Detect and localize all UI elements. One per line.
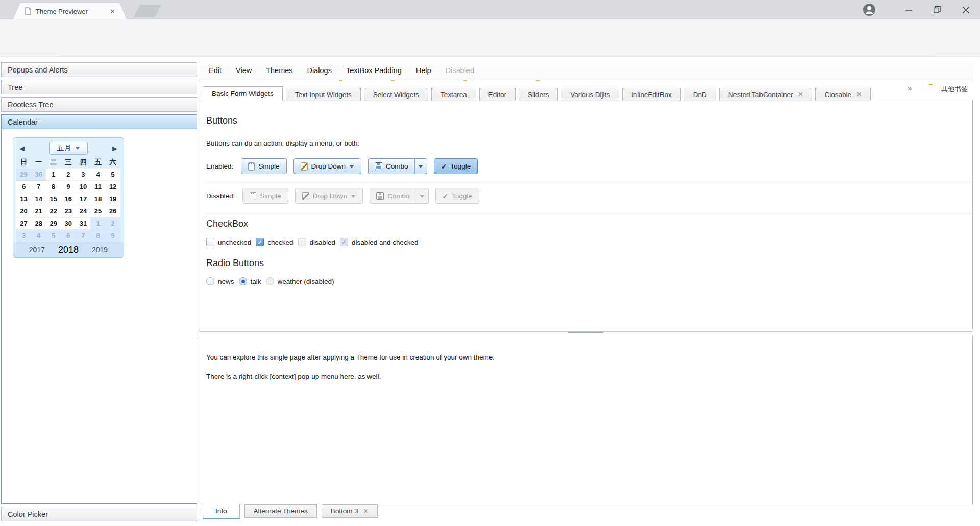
calendar-date-cell[interactable]: 9: [106, 230, 120, 242]
horizontal-splitter[interactable]: [199, 331, 973, 335]
checkbox-box-icon[interactable]: [206, 238, 214, 246]
accordion-pane-color-picker[interactable]: Color Picker: [1, 507, 197, 521]
checkbox-box-icon[interactable]: ✓: [256, 238, 264, 246]
calendar-date-cell[interactable]: 29: [46, 218, 61, 230]
calendar-date-cell[interactable]: 15: [46, 193, 61, 205]
tab-inlineeditbox[interactable]: InlineEditBox: [622, 88, 681, 101]
calendar-date-cell[interactable]: 16: [61, 193, 76, 205]
calendar-month-dropdown[interactable]: 五月: [49, 142, 88, 155]
tab-select-widgets[interactable]: Select Widgets: [364, 88, 428, 101]
calendar-date-cell[interactable]: 4: [31, 230, 46, 242]
calendar-date-cell[interactable]: 4: [90, 169, 105, 181]
calendar-week-row: 272829303112: [16, 218, 120, 230]
calendar-date-cell[interactable]: 8: [46, 181, 61, 193]
accordion-pane-tree[interactable]: Tree: [1, 80, 197, 94]
calendar-date-cell[interactable]: 5: [46, 230, 61, 242]
tab-textarea[interactable]: Textarea: [431, 88, 476, 101]
calendar-year-2019[interactable]: 2019: [92, 246, 108, 254]
calendar-date-cell[interactable]: 24: [76, 205, 90, 218]
menu-item-themes[interactable]: Themes: [259, 62, 300, 80]
radio-button-icon[interactable]: [206, 277, 214, 285]
calendar-date-cell[interactable]: 20: [16, 205, 31, 218]
tab-various-dijits[interactable]: Various Dijits: [561, 88, 619, 101]
calendar-date-cell[interactable]: 18: [90, 193, 105, 205]
calendar-date-cell[interactable]: 27: [16, 218, 31, 230]
menu-item-textbox-padding[interactable]: TextBox Padding: [339, 62, 409, 80]
calendar-date-cell[interactable]: 11: [90, 181, 105, 193]
accordion-pane-calendar[interactable]: Calendar: [1, 114, 197, 129]
calendar-next-month-icon[interactable]: ▶: [112, 145, 117, 152]
calendar-date-cell[interactable]: 9: [61, 181, 76, 193]
calendar-date-cell[interactable]: 13: [16, 193, 31, 205]
bottom-tab-bottom-3[interactable]: Bottom 3✕: [322, 504, 378, 518]
close-tab-icon[interactable]: ✕: [110, 8, 115, 15]
calendar-year-2018[interactable]: 2018: [58, 245, 79, 255]
accordion-pane-rootless-tree[interactable]: Rootless Tree: [1, 97, 197, 112]
calendar-date-cell[interactable]: 1: [46, 169, 61, 181]
combo-button-main[interactable]: Combo: [369, 159, 414, 174]
calendar-date-cell[interactable]: 25: [90, 205, 105, 218]
calendar-date-cell[interactable]: 8: [90, 230, 105, 242]
calendar-date-cell[interactable]: 2: [61, 169, 76, 181]
new-tab-button[interactable]: [134, 5, 161, 17]
calendar-date-cell[interactable]: 3: [16, 230, 31, 242]
calendar-prev-month-icon[interactable]: ◀: [19, 145, 24, 152]
profile-avatar-icon[interactable]: [863, 3, 876, 16]
radio-button-icon[interactable]: [239, 277, 247, 285]
accordion-pane-popups-and-alerts[interactable]: Popups and Alerts: [1, 62, 197, 77]
toggle-button[interactable]: ✓ Toggle: [434, 158, 478, 174]
radio-news[interactable]: news: [206, 277, 234, 285]
close-icon[interactable]: ✕: [856, 91, 862, 98]
tab-closable[interactable]: Closable✕: [815, 88, 871, 101]
tab-basic-form-widgets[interactable]: Basic Form Widgets: [203, 86, 283, 101]
calendar-date-cell[interactable]: 17: [76, 193, 90, 205]
calendar-date-cell[interactable]: 7: [31, 181, 46, 193]
menu-item-edit[interactable]: Edit: [202, 62, 229, 80]
calendar-date-cell[interactable]: 3: [76, 169, 90, 181]
calendar-date-cell[interactable]: 19: [106, 193, 120, 205]
minimize-button[interactable]: [894, 0, 923, 19]
browser-tab[interactable]: Theme Previewer ✕: [13, 3, 127, 19]
splitter-handle[interactable]: [568, 332, 603, 334]
tab-dnd[interactable]: DnD: [684, 88, 716, 101]
close-icon[interactable]: ✕: [363, 508, 369, 515]
combo-button[interactable]: Combo: [368, 158, 427, 174]
calendar-date-cell[interactable]: 2: [106, 218, 120, 230]
calendar-date-cell[interactable]: 10: [76, 181, 90, 193]
tab-sliders[interactable]: Sliders: [519, 88, 558, 101]
checkbox-checked[interactable]: ✓checked: [256, 238, 293, 246]
bottom-tab-alternate-themes[interactable]: Alternate Themes: [244, 504, 317, 518]
calendar-date-cell[interactable]: 31: [76, 218, 90, 230]
calendar-date-cell[interactable]: 30: [61, 218, 76, 230]
calendar-date-cell[interactable]: 28: [31, 218, 46, 230]
calendar-date-cell[interactable]: 29: [16, 169, 31, 181]
simple-button[interactable]: Simple: [241, 158, 286, 174]
restore-button[interactable]: [923, 0, 951, 19]
calendar-date-cell[interactable]: 12: [106, 181, 120, 193]
bottom-tab-info[interactable]: Info: [203, 504, 240, 519]
drop-down-button[interactable]: Drop Down: [293, 158, 362, 174]
calendar-date-cell[interactable]: 23: [61, 205, 76, 218]
calendar-date-cell[interactable]: 6: [61, 230, 76, 242]
calendar-date-cell[interactable]: 21: [31, 205, 46, 218]
calendar-date-cell[interactable]: 6: [16, 181, 31, 193]
menu-item-help[interactable]: Help: [409, 62, 438, 80]
calendar-date-cell[interactable]: 14: [31, 193, 46, 205]
radio-talk[interactable]: talk: [239, 277, 261, 285]
combo-button-arrow[interactable]: [414, 159, 427, 174]
tab-nested-tabcontainer[interactable]: Nested TabContainer✕: [719, 88, 813, 101]
close-icon[interactable]: ✕: [798, 91, 803, 98]
close-window-button[interactable]: [951, 0, 980, 19]
calendar-date-cell[interactable]: 7: [76, 230, 90, 242]
menu-item-view[interactable]: View: [229, 62, 259, 80]
tab-text-input-widgets[interactable]: Text Input Widgets: [286, 88, 361, 101]
checkbox-unchecked[interactable]: unchecked: [206, 238, 251, 246]
menu-item-dialogs[interactable]: Dialogs: [300, 62, 339, 80]
calendar-year-2017[interactable]: 2017: [29, 246, 45, 254]
tab-editor[interactable]: Editor: [479, 88, 516, 101]
calendar-date-cell[interactable]: 30: [31, 169, 46, 181]
calendar-date-cell[interactable]: 1: [90, 218, 105, 230]
calendar-date-cell[interactable]: 22: [46, 205, 61, 218]
calendar-date-cell[interactable]: 26: [106, 205, 120, 218]
calendar-date-cell[interactable]: 5: [106, 169, 120, 181]
